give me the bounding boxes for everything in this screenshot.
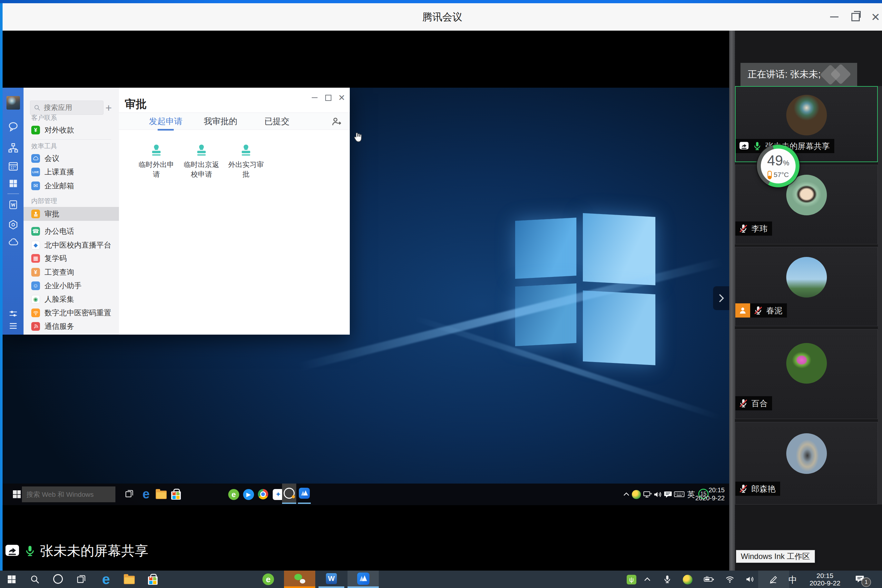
close-button[interactable]: ✕ [867, 3, 882, 31]
mic-on-icon [752, 141, 762, 151]
clock[interactable]: 20:15 2020-9-22 [805, 572, 845, 587]
wifi-reset-icon [31, 309, 40, 317]
salary-icon: ¥ [31, 268, 40, 277]
calendar-icon [7, 160, 20, 172]
meeting-taskbar-button [298, 483, 311, 504]
participant-tile-zhangweiwei[interactable]: 张未未的屏幕共享 [735, 86, 878, 162]
search-button[interactable] [30, 574, 40, 585]
shared-screen-video[interactable]: + 客户联系 ¥ 对外收款 效率工具 会议 LIVE 上课直播 [3, 88, 729, 505]
live-icon: LIVE [31, 168, 40, 176]
restore-button[interactable] [846, 3, 865, 31]
stamp-icon [239, 143, 253, 157]
ime-indicator[interactable]: 中 [789, 574, 797, 586]
approval-pane: 审批 ✕ 发起申请 我审批的 已提交 临时外出申请 [119, 88, 350, 334]
window-left-border [0, 3, 3, 588]
file-explorer-icon [156, 489, 166, 500]
word-taskbar-button[interactable]: W [318, 571, 344, 588]
notification-count-badge: 1 [861, 578, 871, 587]
mic-muted-icon [738, 224, 748, 233]
wxwork-icon [284, 488, 295, 499]
wechat-taskbar-button[interactable] [284, 571, 315, 588]
shared-clock: 20:15 2020-9-22 [695, 486, 724, 502]
chevron-right-icon [716, 293, 727, 304]
gauge-face: 49% 57°C [761, 148, 796, 183]
wxwork-window: + 客户联系 ¥ 对外收款 效率工具 会议 LIVE 上课直播 [3, 88, 350, 334]
tray-chevron-icon [622, 490, 630, 498]
start-icon [12, 489, 22, 500]
participant-tile-chunni[interactable]: 春泥 [735, 247, 878, 326]
speaking-indicator: 正在讲话: 张未未; [741, 63, 857, 86]
host-taskbar: e e W ψ [0, 571, 882, 588]
window-top-border [0, 0, 882, 3]
phone-icon: ☎ [31, 227, 40, 236]
tray-keyboard-icon [674, 490, 685, 499]
meeting-app-icon [7, 219, 20, 231]
cloud-call-icon [7, 236, 20, 248]
meeting-stage: + 客户联系 ¥ 对外收款 效率工具 会议 LIVE 上课直播 [3, 31, 882, 571]
approval-tabbar: 发起申请 我审批的 已提交 [119, 112, 350, 130]
meeting-cloud-icon [31, 154, 40, 163]
usb-tray-icon[interactable]: ψ [627, 575, 636, 585]
tray-360-icon [632, 490, 641, 499]
browser-360-button[interactable]: e [262, 573, 274, 585]
app-item-payment: ¥ 对外收款 [24, 123, 119, 137]
approver-switch-icon [331, 116, 342, 127]
avatar [786, 95, 827, 135]
tab-my-approvals: 我审批的 [195, 113, 246, 130]
app-item-meeting: 会议 [24, 152, 119, 165]
app-item-comm-service: 通信服务 [24, 320, 119, 333]
rail-divider [8, 194, 19, 194]
speaker-tray-icon[interactable] [746, 575, 754, 584]
menu-icon [7, 320, 20, 332]
wxwork-app-list: + 客户联系 ¥ 对外收款 效率工具 会议 LIVE 上课直播 [24, 88, 119, 334]
section-header: 内部管理 [31, 196, 57, 206]
approval-card-temp-outing: 临时外出申请 [136, 143, 177, 179]
minimize-button[interactable] [825, 3, 843, 31]
face-collect-icon: ◉ [31, 295, 40, 304]
edge-icon: e [140, 487, 153, 501]
screen-share-icon [739, 141, 749, 150]
participant-name-bar: 春泥 [750, 303, 787, 318]
wallpaper-light-streak [298, 258, 724, 371]
wallpaper-window-pane [583, 213, 656, 285]
participant-tile-baihe[interactable]: 百合 [735, 329, 878, 419]
panel-splitter[interactable] [729, 31, 735, 571]
assistant-icon: ☺ [31, 281, 40, 290]
meeting-titlebar[interactable]: 腾讯会议 ✕ [3, 3, 882, 31]
app-item-live-class: LIVE 上课直播 [24, 165, 119, 179]
battery-tray-icon[interactable] [704, 575, 714, 584]
task-view-button[interactable] [76, 574, 86, 585]
person-icon [738, 306, 747, 315]
wxwork-avatar [6, 96, 20, 110]
start-button[interactable] [6, 574, 17, 585]
screen: 腾讯会议 ✕ [0, 0, 882, 588]
tray-chevron-button[interactable] [643, 575, 652, 584]
shared-search-input [26, 490, 108, 499]
edge-button[interactable]: e [100, 572, 112, 587]
chat-icon [7, 121, 20, 133]
chrome-icon [258, 489, 268, 500]
contacts-org-icon [7, 142, 20, 154]
participant-tile-langsenyan[interactable]: 郎森艳 [735, 422, 878, 504]
cortana-button[interactable] [53, 574, 63, 584]
windows-ink-button[interactable] [758, 571, 789, 588]
tray-speaker-icon [653, 490, 662, 499]
store-button[interactable] [148, 574, 158, 585]
meeting-taskbar-button[interactable] [348, 571, 379, 588]
file-explorer-button[interactable] [124, 574, 134, 585]
tab-initiate: 发起申请 [140, 113, 192, 130]
screen-share-banner: 张未未的屏幕共享 [4, 540, 148, 562]
wifi-tray-icon[interactable] [725, 575, 734, 584]
microphone-tray-icon[interactable] [663, 575, 672, 584]
panel-scrollbar[interactable] [878, 86, 882, 504]
360-tray-icon[interactable] [683, 575, 693, 585]
approval-maximize-button [323, 92, 334, 103]
participant-tile-liwei[interactable]: 李玮 [735, 165, 878, 244]
store-icon [171, 489, 182, 500]
browser-blue-icon: ▶ [243, 489, 254, 500]
wallpaper-window-pane [515, 218, 576, 279]
app-item-assistant: ☺ 企业小助手 [24, 279, 119, 293]
workbench-grid-icon [7, 177, 20, 189]
pen-icon [769, 574, 778, 584]
collapse-panel-button[interactable] [713, 286, 729, 310]
